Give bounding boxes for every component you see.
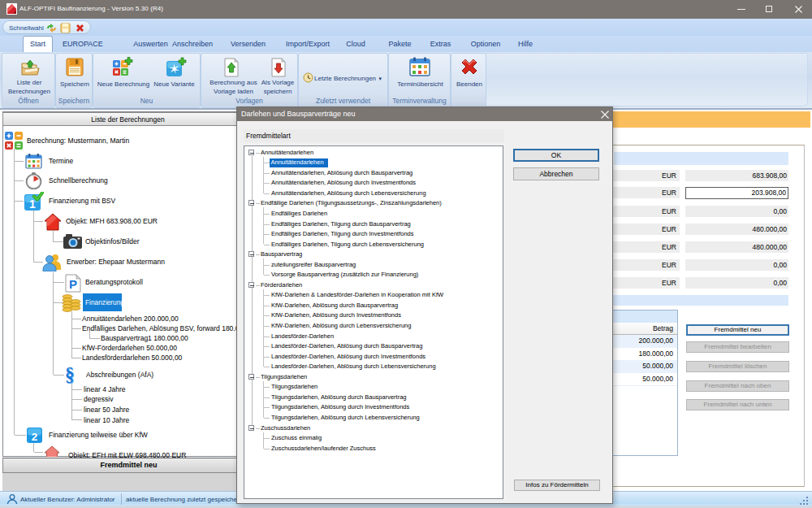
svg-text:1: 1	[29, 198, 36, 211]
svg-text:P: P	[69, 277, 77, 291]
svg-text:2: 2	[32, 431, 38, 443]
